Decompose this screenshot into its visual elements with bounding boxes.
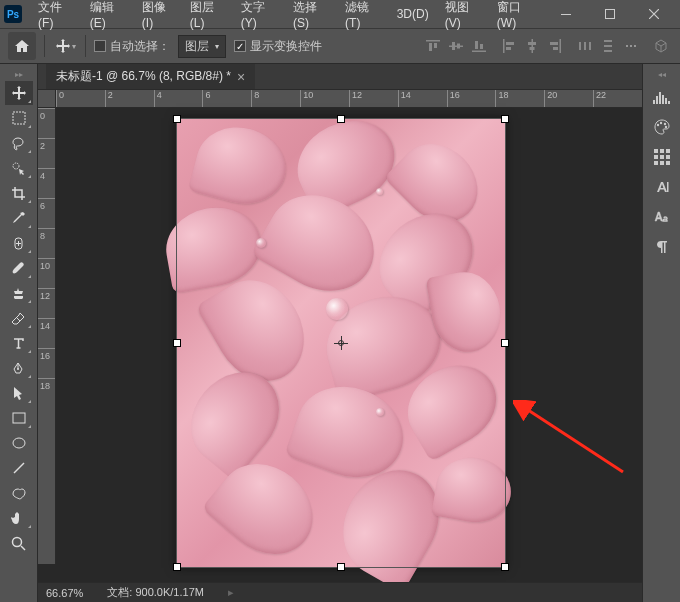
- document-tab-bar: 未标题-1 @ 66.7% (8, RGB/8#) * ×: [38, 64, 642, 90]
- healing-tool[interactable]: [5, 231, 33, 255]
- menu-view[interactable]: 视图(V): [437, 0, 489, 34]
- menu-edit[interactable]: 编辑(E): [82, 0, 134, 34]
- zoom-tool[interactable]: [5, 531, 33, 555]
- titlebar: Ps 文件(F) 编辑(E) 图像(I) 图层(L) 文字(Y) 选择(S) 滤…: [0, 0, 680, 28]
- move-tool[interactable]: [5, 81, 33, 105]
- type-tool[interactable]: [5, 331, 33, 355]
- svg-rect-38: [668, 101, 670, 104]
- svg-rect-19: [553, 47, 558, 50]
- status-chevron-icon[interactable]: ▸: [228, 586, 234, 599]
- panel-expand-icon[interactable]: ◂◂: [643, 70, 680, 80]
- align-hcenter-icon[interactable]: [521, 35, 543, 57]
- menu-select[interactable]: 选择(S): [285, 0, 337, 34]
- right-panel: ◂◂: [642, 64, 680, 602]
- tab-close-button[interactable]: ×: [237, 70, 245, 84]
- ruler-vertical[interactable]: 02 46 810 1214 1618: [38, 108, 56, 564]
- color-panel-icon[interactable]: [648, 114, 676, 140]
- line-tool[interactable]: [5, 456, 33, 480]
- path-select-tool[interactable]: [5, 381, 33, 405]
- quick-select-tool[interactable]: [5, 156, 33, 180]
- lasso-tool[interactable]: [5, 131, 33, 155]
- svg-rect-5: [449, 46, 463, 48]
- svg-point-40: [659, 122, 661, 124]
- status-bar: 66.67% 文档: 900.0K/1.17M ▸: [38, 582, 642, 602]
- zoom-level[interactable]: 66.67%: [46, 587, 83, 599]
- swatches-panel-icon[interactable]: [648, 144, 676, 170]
- marquee-tool[interactable]: [5, 106, 33, 130]
- rectangle-tool[interactable]: [5, 406, 33, 430]
- align-top-icon[interactable]: [422, 35, 444, 57]
- doc-size-label: 文档:: [107, 586, 132, 598]
- svg-point-32: [13, 537, 22, 546]
- histogram-panel-icon[interactable]: [648, 84, 676, 110]
- hand-tool[interactable]: [5, 506, 33, 530]
- menu-window[interactable]: 窗口(W): [489, 0, 544, 34]
- distribute-v-icon[interactable]: [597, 35, 619, 57]
- auto-select-dropdown[interactable]: 图层▾: [178, 35, 226, 58]
- menu-layer[interactable]: 图层(L): [182, 0, 233, 34]
- svg-rect-33: [653, 100, 655, 104]
- svg-rect-1: [606, 10, 615, 19]
- menu-filter[interactable]: 滤镜(T): [337, 0, 389, 34]
- align-right-icon[interactable]: [544, 35, 566, 57]
- svg-point-27: [13, 163, 19, 169]
- svg-point-29: [17, 368, 19, 370]
- svg-rect-37: [665, 98, 667, 104]
- menu-3d[interactable]: 3D(D): [389, 3, 437, 25]
- window-minimize-button[interactable]: [544, 0, 588, 28]
- svg-rect-13: [506, 47, 511, 50]
- menu-image[interactable]: 图像(I): [134, 0, 182, 34]
- svg-rect-47: [660, 155, 664, 159]
- document-tab[interactable]: 未标题-1 @ 66.7% (8, RGB/8#) * ×: [46, 64, 255, 89]
- svg-rect-46: [654, 155, 658, 159]
- paragraph-panel-icon[interactable]: [648, 234, 676, 260]
- svg-rect-30: [13, 413, 25, 423]
- align-vcenter-icon[interactable]: [445, 35, 467, 57]
- toolbar: ▸▸: [0, 64, 38, 602]
- svg-rect-44: [660, 149, 664, 153]
- more-options-icon[interactable]: ⋯: [620, 35, 642, 57]
- svg-rect-36: [662, 95, 664, 104]
- move-tool-indicator-icon[interactable]: ▾: [53, 34, 77, 58]
- clone-stamp-tool[interactable]: [5, 281, 33, 305]
- distribute-h-icon[interactable]: [574, 35, 596, 57]
- brush-tool[interactable]: [5, 256, 33, 280]
- custom-shape-tool[interactable]: [5, 481, 33, 505]
- svg-rect-17: [560, 39, 562, 53]
- eyedropper-tool[interactable]: [5, 206, 33, 230]
- align-bottom-icon[interactable]: [468, 35, 490, 57]
- align-left-icon[interactable]: [498, 35, 520, 57]
- svg-point-42: [664, 126, 666, 128]
- character-panel-icon[interactable]: [648, 174, 676, 200]
- home-button[interactable]: [8, 32, 36, 60]
- window-close-button[interactable]: [632, 0, 676, 28]
- canvas-image[interactable]: [176, 118, 506, 568]
- show-transform-checkbox[interactable]: 显示变换控件: [234, 38, 322, 55]
- glyphs-panel-icon[interactable]: [648, 204, 676, 230]
- ruler-horizontal[interactable]: 02 46 810 1214 1618 2022: [56, 90, 642, 108]
- svg-point-31: [13, 438, 25, 448]
- svg-rect-4: [434, 43, 437, 48]
- svg-rect-50: [660, 161, 664, 165]
- svg-rect-15: [528, 42, 536, 45]
- pen-tool[interactable]: [5, 356, 33, 380]
- svg-rect-26: [13, 112, 25, 124]
- menu-file[interactable]: 文件(F): [30, 0, 82, 34]
- 3d-mode-icon[interactable]: [650, 35, 672, 57]
- svg-rect-20: [579, 42, 581, 50]
- canvas-area[interactable]: 02 46 810 1214 1618 2022 02 46 810 1214 …: [38, 90, 642, 582]
- svg-rect-10: [480, 44, 483, 49]
- toolbar-expand-icon[interactable]: ▸▸: [0, 70, 37, 80]
- svg-rect-43: [654, 149, 658, 153]
- menu-type[interactable]: 文字(Y): [233, 0, 285, 34]
- eraser-tool[interactable]: [5, 306, 33, 330]
- crop-tool[interactable]: [5, 181, 33, 205]
- svg-rect-7: [457, 44, 460, 49]
- ellipse-tool[interactable]: [5, 431, 33, 455]
- svg-rect-52: [667, 182, 669, 192]
- window-maximize-button[interactable]: [588, 0, 632, 28]
- arrow-annotation-icon: [513, 400, 633, 480]
- svg-point-39: [656, 124, 658, 126]
- auto-select-checkbox[interactable]: 自动选择：: [94, 38, 170, 55]
- svg-rect-35: [659, 92, 661, 104]
